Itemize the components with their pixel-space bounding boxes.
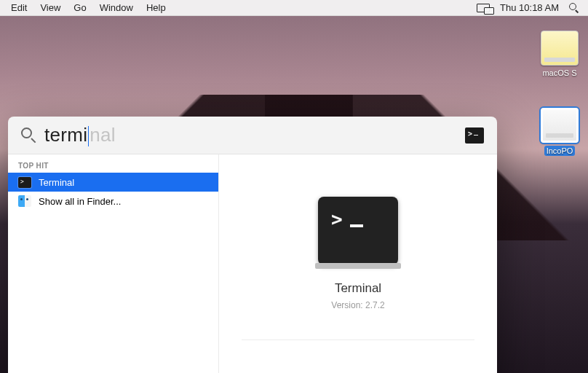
spotlight-window: terminal TOP HIT Terminal Show all in Fi… [8,117,497,373]
preview-app-icon [318,197,398,265]
result-label: Terminal [39,177,74,188]
menu-help[interactable]: Help [140,0,172,16]
result-show-all-in-finder[interactable]: Show all in Finder... [8,192,218,211]
preview-title: Terminal [335,281,381,296]
preview-version: Version2.7.2 [331,300,384,310]
spotlight-search-input[interactable]: terminal [44,124,458,146]
desktop-volume-1[interactable]: macOS S [537,31,582,77]
drive-label: macOS S [537,68,582,77]
top-hit-thumbnail-icon [465,127,484,144]
menubar-clock[interactable]: Thu 10:18 AM [495,2,564,13]
spotlight-preview-pane: Terminal Version2.7.2 [219,154,497,373]
spotlight-search-row: terminal [8,117,497,154]
preview-divider [242,339,475,340]
result-terminal[interactable]: Terminal [8,173,218,192]
menu-window[interactable]: Window [93,0,140,16]
spotlight-menu-icon[interactable] [564,3,584,12]
menu-view[interactable]: View [33,0,67,16]
drive-label: IncoPO [544,146,576,156]
desktop-wallpaper: Edit View Go Window Help Thu 10:18 AM ma… [0,0,588,373]
results-section-header: TOP HIT [8,157,218,173]
spotlight-body: TOP HIT Terminal Show all in Finder... T… [8,154,497,373]
airplay-menu-icon[interactable] [472,4,495,12]
terminal-icon [18,177,31,188]
menu-go[interactable]: Go [67,0,92,16]
result-label: Show all in Finder... [39,196,121,207]
menu-edit[interactable]: Edit [4,0,33,16]
finder-icon [18,195,31,207]
system-menubar: Edit View Go Window Help Thu 10:18 AM [0,0,588,16]
search-typed-text: termi [44,124,87,146]
drive-icon [541,31,579,66]
spotlight-results-list: TOP HIT Terminal Show all in Finder... [8,154,219,373]
search-autocomplete-suffix: nal [90,124,116,146]
search-icon [21,127,37,144]
drive-icon [541,108,579,143]
desktop-volume-2[interactable]: IncoPO [537,108,582,156]
